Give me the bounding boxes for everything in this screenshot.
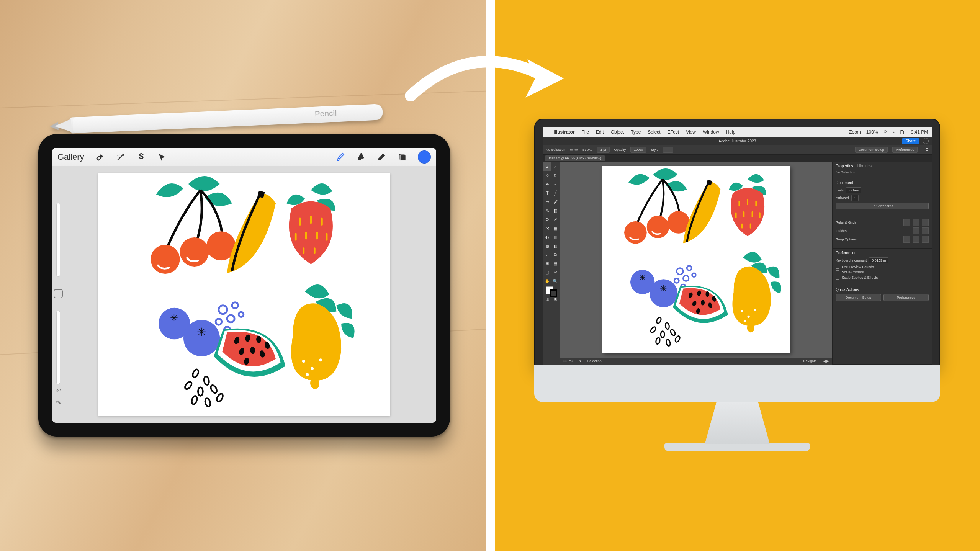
procreate-canvas[interactable] (98, 173, 390, 416)
qa-document-setup-button[interactable]: Document Setup (836, 294, 881, 301)
gallery-button[interactable]: Gallery (57, 152, 84, 162)
opacity-slider[interactable] (56, 311, 60, 384)
transparency-grid-icon[interactable] (922, 219, 929, 226)
guides-lock-icon[interactable] (922, 227, 929, 234)
shaper-tool-icon[interactable]: ✎ (543, 206, 551, 215)
menu-type[interactable]: Type (631, 129, 641, 135)
eraser-tool-icon[interactable] (376, 152, 386, 162)
qa-preferences-button[interactable]: Preferences (883, 294, 929, 301)
svg-rect-44 (400, 155, 406, 160)
grid-icon[interactable] (913, 219, 919, 226)
graph-tool-icon[interactable]: ▤ (551, 259, 559, 268)
free-transform-tool-icon[interactable]: ▦ (551, 224, 559, 232)
layers-icon[interactable] (397, 152, 407, 162)
snap-pixel-icon[interactable] (922, 236, 929, 243)
adjustments-wand-icon[interactable] (116, 152, 126, 162)
mesh-tool-icon[interactable]: ▩ (543, 242, 551, 250)
perspective-tool-icon[interactable]: ▥ (551, 233, 559, 241)
stroke-label: Stroke (582, 148, 592, 152)
artboard-tool-icon[interactable]: ▢ (543, 268, 551, 276)
curvature-tool-icon[interactable]: ~ (551, 180, 559, 188)
procreate-app: Gallery (52, 148, 436, 423)
scale-tool-icon[interactable]: ⤢ (551, 215, 559, 224)
edit-toolbar-icon[interactable]: ⋯ (543, 303, 559, 312)
panel-selection-status: No Selection (836, 170, 929, 174)
magic-wand-tool-icon[interactable]: ✧ (543, 171, 551, 180)
right-panels: Properties Libraries No Selection Docume… (832, 162, 932, 365)
menu-object[interactable]: Object (611, 129, 624, 135)
rotate-tool-icon[interactable]: ⟳ (543, 215, 551, 224)
eyedropper-tool-icon[interactable]: ⟋ (543, 250, 551, 259)
menu-edit[interactable]: Edit (596, 129, 604, 135)
paintbrush-tool-icon[interactable]: 🖌 (551, 198, 559, 206)
brush-tool-icon[interactable] (335, 152, 345, 162)
snap-point-icon[interactable] (903, 236, 910, 243)
scale-corners-checkbox[interactable] (836, 270, 839, 274)
menu-help[interactable]: Help (726, 129, 736, 135)
selection-s-icon[interactable] (136, 152, 146, 162)
line-tool-icon[interactable]: ╱ (551, 189, 559, 197)
canvas-area[interactable]: 66.7% ▾ Selection Navigate ◀ ▶ (560, 162, 832, 365)
hand-tool-icon[interactable]: ✋ (543, 277, 551, 285)
app-menu[interactable]: Illustrator (553, 129, 574, 135)
eraser-tool-icon[interactable]: ◧ (551, 206, 559, 215)
rectangle-tool-icon[interactable]: ▭ (543, 198, 551, 206)
blend-tool-icon[interactable]: ⧉ (551, 250, 559, 259)
units-dropdown[interactable]: Inches (846, 187, 862, 193)
color-well[interactable] (418, 150, 431, 164)
search-icon[interactable] (923, 138, 929, 144)
opacity-input[interactable]: 100% (630, 147, 646, 153)
gradient-tool-icon[interactable]: ◧ (551, 242, 559, 250)
brush-size-slider[interactable] (56, 203, 60, 277)
lasso-tool-icon[interactable]: ⌑ (551, 171, 559, 180)
use-preview-bounds-checkbox[interactable] (836, 265, 839, 269)
edit-artboards-button[interactable]: Edit Artboards (836, 203, 929, 209)
menubar-date[interactable]: Fri (900, 129, 906, 135)
tools-panel: ▴ ▵ ✧ ⌑ ✒ ~ T ╱ ▭ 🖌 ✎ ◧ (543, 162, 560, 365)
snap-grid-icon[interactable] (913, 236, 919, 243)
selection-tool-icon[interactable]: ▴ (543, 162, 551, 171)
stroke-weight-input[interactable]: 1 pt (597, 147, 610, 153)
status-zoom[interactable]: 66.7% (563, 359, 573, 363)
menu-view[interactable]: View (686, 129, 696, 135)
scale-strokes-checkbox[interactable] (836, 276, 839, 280)
type-tool-icon[interactable]: T (543, 189, 551, 197)
apple-pencil: Pencil (49, 104, 383, 134)
artboard[interactable] (602, 166, 790, 353)
direct-selection-tool-icon[interactable]: ▵ (551, 162, 559, 171)
symbol-sprayer-tool-icon[interactable]: ✺ (543, 259, 551, 268)
smudge-tool-icon[interactable] (356, 152, 366, 162)
transform-arrow-icon[interactable] (157, 152, 167, 162)
kb-increment-input[interactable]: 0.0139 in (869, 257, 888, 263)
menu-window[interactable]: Window (703, 129, 719, 135)
style-dropdown[interactable]: — (663, 147, 673, 153)
artboard-stepper[interactable]: 1 (851, 195, 859, 201)
control-center-icon[interactable]: ⌁ (892, 129, 895, 135)
tab-libraries[interactable]: Libraries (857, 164, 872, 168)
menubar-time[interactable]: 9:41 PM (911, 129, 928, 135)
status-nav[interactable]: Navigate (803, 359, 817, 363)
undo-icon[interactable]: ↶ (56, 387, 61, 395)
share-button[interactable]: Share (902, 138, 920, 144)
pen-tool-icon[interactable]: ✒ (543, 180, 551, 188)
menu-select[interactable]: Select (648, 129, 660, 135)
shape-builder-tool-icon[interactable]: ◐ (543, 233, 551, 241)
document-tab[interactable]: fruit.ai* @ 66.7% (CMYK/Preview) (545, 155, 605, 161)
zoom-tool-icon[interactable]: 🔍 (551, 277, 559, 285)
tab-properties[interactable]: Properties (836, 164, 853, 168)
fill-stroke-swatch[interactable] (543, 286, 559, 298)
preferences-button[interactable]: Preferences (892, 147, 918, 153)
ruler-icon[interactable] (903, 219, 910, 226)
modify-button[interactable] (54, 289, 63, 298)
menubar-zoom-label: Zoom (849, 129, 861, 135)
width-tool-icon[interactable]: ⋈ (543, 224, 551, 232)
slice-tool-icon[interactable]: ✂ (551, 268, 559, 276)
menu-file[interactable]: File (582, 129, 589, 135)
wifi-icon[interactable]: ⚲ (883, 129, 887, 135)
guides-visibility-icon[interactable] (913, 227, 919, 234)
menu-effect[interactable]: Effect (668, 129, 679, 135)
actions-wrench-icon[interactable] (95, 152, 105, 162)
document-setup-button[interactable]: Document Setup (855, 147, 888, 153)
redo-icon[interactable]: ↷ (56, 399, 61, 407)
ipad-device: Gallery (38, 134, 450, 437)
